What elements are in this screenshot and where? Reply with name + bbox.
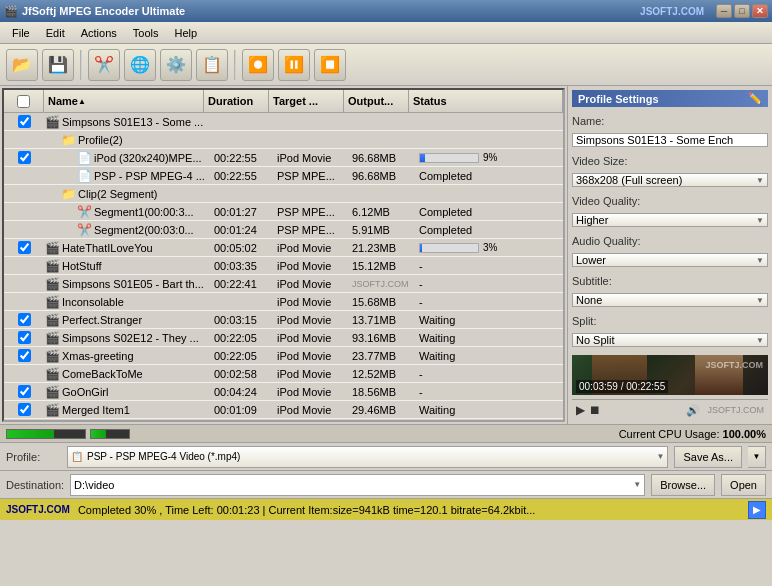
row-checkbox-3[interactable] — [4, 151, 44, 164]
table-row[interactable]: ✂️ Segment2(00:03:0... 00:01:24 PSP MPE.… — [4, 221, 563, 239]
toolbar-pause-button[interactable]: ⏸️ — [278, 49, 310, 81]
table-row[interactable]: 📁 Clip(2 Segment) — [4, 185, 563, 203]
row-checkbox-14[interactable] — [4, 349, 44, 362]
name-input[interactable] — [572, 133, 768, 147]
toolbar-web-button[interactable]: 🌐 — [124, 49, 156, 81]
table-row[interactable]: 🎬 Xmas-greeting 00:22:05 iPod Movie 23.7… — [4, 347, 563, 365]
file-target: iPod Movie — [275, 259, 350, 273]
toolbar-stop-button[interactable]: ⏹️ — [314, 49, 346, 81]
file-output: 13.71MB — [350, 313, 415, 327]
table-row[interactable]: 📄 iPod (320x240)MPE... 00:22:55 iPod Mov… — [4, 149, 563, 167]
toolbar-list-button[interactable]: 📋 — [196, 49, 228, 81]
save-as-button[interactable]: Save As... — [674, 446, 742, 468]
file-output: 6.12MB — [350, 205, 415, 219]
subtitle-select[interactable]: None ▼ — [572, 293, 768, 307]
progress-bar — [419, 153, 479, 163]
save-as-dropdown-button[interactable]: ▼ — [748, 446, 766, 468]
file-output: 15.12MB — [350, 259, 415, 273]
file-icon: 🎬 — [44, 348, 60, 364]
table-row[interactable]: 🎬 Simpsons S01E13 - Some ... — [4, 113, 563, 131]
cpu-progress-bar-2 — [90, 429, 130, 439]
file-output — [350, 121, 415, 123]
play-button[interactable]: ▶ — [576, 403, 585, 417]
row-checkbox-16[interactable] — [4, 385, 44, 398]
duration-column-header[interactable]: Duration — [204, 90, 269, 112]
row-checkbox-12[interactable] — [4, 313, 44, 326]
video-size-select[interactable]: 368x208 (Full screen) ▼ — [572, 173, 768, 187]
file-icon: 📁 — [60, 186, 76, 202]
jsoftj-preview-logo: JSOFTJ.COM — [708, 405, 765, 415]
file-status: - — [415, 277, 563, 291]
file-status — [415, 193, 563, 195]
toolbar-cut-button[interactable]: ✂️ — [88, 49, 120, 81]
edit-icon[interactable]: ✏️ — [748, 92, 762, 105]
table-row[interactable]: 📄 Inconsolable 00:03:43 15.68MB — [4, 419, 563, 420]
table-row[interactable]: 🎬 HotStuff 00:03:35 iPod Movie 15.12MB - — [4, 257, 563, 275]
target-column-header[interactable]: Target ... — [269, 90, 344, 112]
toolbar-open-button[interactable]: 📂 — [6, 49, 38, 81]
table-row[interactable]: 🎬 GoOnGirl 00:04:24 iPod Movie 18.56MB - — [4, 383, 563, 401]
file-list[interactable]: 🎬 Simpsons S01E13 - Some ... 📁 Profile(2… — [4, 113, 563, 420]
video-quality-select[interactable]: Higher ▼ — [572, 213, 768, 227]
table-row[interactable]: 🎬 Perfect.Stranger 00:03:15 iPod Movie 1… — [4, 311, 563, 329]
file-status: Waiting — [415, 403, 563, 417]
table-row[interactable]: 🎬 HateThatILoveYou 00:05:02 iPod Movie 2… — [4, 239, 563, 257]
table-row[interactable]: ✂️ Segment1(00:00:3... 00:01:27 PSP MPE.… — [4, 203, 563, 221]
file-name: Xmas-greeting — [60, 349, 210, 363]
table-row[interactable]: 🎬 Simpsons S01E05 - Bart th... 00:22:41 … — [4, 275, 563, 293]
table-row[interactable]: 🎬 Inconsolable iPod Movie 15.68MB - — [4, 293, 563, 311]
toolbar-save-button[interactable]: 💾 — [42, 49, 74, 81]
output-column-header[interactable]: Output... — [344, 90, 409, 112]
file-icon: 📄 — [60, 420, 76, 421]
video-quality-label: Video Quality: — [572, 195, 768, 207]
volume-icon: 🔊 — [686, 404, 700, 417]
menu-help[interactable]: Help — [166, 25, 205, 41]
row-checkbox-8[interactable] — [4, 241, 44, 254]
chevron-down-icon: ▼ — [756, 216, 764, 225]
file-name: Simpsons S01E05 - Bart th... — [60, 277, 210, 291]
toolbar-settings-button[interactable]: ⚙️ — [160, 49, 192, 81]
file-output: 15.68MB — [350, 295, 415, 309]
file-target: iPod Movie — [275, 403, 350, 417]
split-select[interactable]: No Split ▼ — [572, 333, 768, 347]
file-duration: 00:03:15 — [210, 313, 275, 327]
file-duration — [210, 301, 275, 303]
table-row[interactable]: 🎬 Merged Item1 00:01:09 iPod Movie 29.46… — [4, 401, 563, 419]
table-row[interactable]: 📁 Profile(2) — [4, 131, 563, 149]
file-duration: 00:02:58 — [210, 367, 275, 381]
browse-button[interactable]: Browse... — [651, 474, 715, 496]
audio-quality-select[interactable]: Lower ▼ — [572, 253, 768, 267]
row-checkbox-13[interactable] — [4, 331, 44, 344]
destination-input[interactable]: D:\video ▼ — [70, 474, 645, 496]
table-row[interactable]: 🎬 ComeBackToMe 00:02:58 iPod Movie 12.52… — [4, 365, 563, 383]
row-checkbox-17[interactable] — [4, 403, 44, 416]
file-duration: 00:22:41 — [210, 277, 275, 291]
table-row[interactable]: 🎬 Simpsons S02E12 - They ... 00:22:05 iP… — [4, 329, 563, 347]
chevron-down-icon: ▼ — [756, 336, 764, 345]
menu-actions[interactable]: Actions — [73, 25, 125, 41]
row-checkbox-1[interactable] — [4, 115, 44, 128]
menu-tools[interactable]: Tools — [125, 25, 167, 41]
file-status: - — [415, 385, 563, 399]
maximize-button[interactable]: □ — [734, 4, 750, 18]
file-duration: 00:22:05 — [210, 331, 275, 345]
open-button[interactable]: Open — [721, 474, 766, 496]
file-status: Waiting — [415, 349, 563, 363]
file-status: Completed — [415, 205, 563, 219]
menu-edit[interactable]: Edit — [38, 25, 73, 41]
profile-select[interactable]: 📋 PSP - PSP MPEG-4 Video (*.mp4) ▼ — [67, 446, 668, 468]
minimize-button[interactable]: ─ — [716, 4, 732, 18]
menu-file[interactable]: File — [4, 25, 38, 41]
table-row[interactable]: 📄 PSP - PSP MPEG-4 ... 00:22:55 PSP MPE.… — [4, 167, 563, 185]
select-all-checkbox[interactable] — [17, 95, 30, 108]
close-button[interactable]: ✕ — [752, 4, 768, 18]
status-column-header[interactable]: Status — [409, 90, 563, 112]
stop-preview-button[interactable]: ⏹ — [589, 403, 601, 417]
toolbar-record-button[interactable]: ⏺️ — [242, 49, 274, 81]
name-column-header[interactable]: Name ▲ — [44, 90, 204, 112]
file-output: 5.91MB — [350, 223, 415, 237]
status-icon[interactable]: ▶ — [748, 501, 766, 519]
file-output: 93.16MB — [350, 331, 415, 345]
file-name: PSP - PSP MPEG-4 ... — [92, 169, 210, 183]
file-target: iPod Movie — [275, 367, 350, 381]
